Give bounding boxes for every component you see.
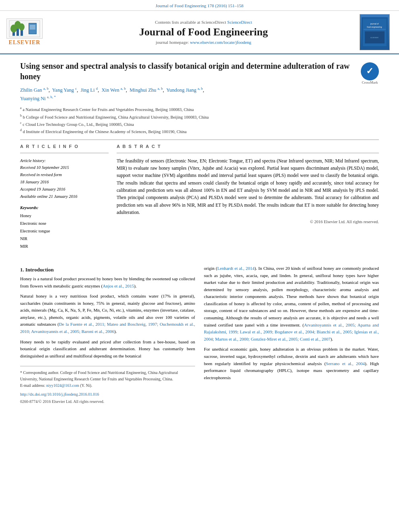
email-note: E-mail address: niyy1024@163.com (Y. Ni)… [20, 382, 195, 389]
doi-link[interactable]: http://dx.doi.org/10.1016/j.jfoodeng.201… [20, 392, 99, 396]
ref-lenhardt: Lenhardt et al., 2014 [217, 266, 255, 271]
affiliation-b: b b College of Food Science and Nutritio… [20, 113, 379, 121]
author-yundong-jiang: Yundong Jiang [167, 87, 197, 93]
author-zhilin-gan: Zhilin Gan [20, 87, 42, 93]
accepted-date: Accepted 19 January 2016 [20, 186, 109, 193]
keywords-section: Keywords: Honey Electronic nose Electron… [20, 204, 109, 251]
intro-paragraph-2: Natural honey is a very nutritious food … [20, 293, 195, 335]
intro-paragraph-3: Honey needs to be rapidly evaluated and … [20, 339, 195, 360]
intro-paragraph-1: Honey is a natural food product processe… [20, 275, 195, 290]
paper-header-section: ✓ CrossMark Using sensor and spectral an… [0, 54, 399, 259]
author-xin-wen: Xin Wen [101, 87, 119, 93]
received-date: Received 10 September 2015 [20, 164, 109, 171]
history-label: Article history: [20, 157, 109, 164]
keyword-en: Electronic nose [20, 220, 109, 228]
journal-title: Journal of Food Engineering [139, 26, 268, 38]
right-paragraph-2: For unethical economic gain, honey adult… [204, 346, 379, 381]
author-minghui-zhu: Minghui Zhu [130, 87, 156, 93]
affiliation-d: d d Institute of Electrical Engineering … [20, 128, 379, 135]
svg-text:food engineering: food engineering [367, 26, 382, 28]
svg-text:journal of: journal of [370, 23, 378, 25]
abstract-header: A B S T R A C T [117, 144, 379, 149]
journal-header: ELSEVIER Contents lists available at Sci… [0, 11, 399, 54]
issn-line: 0260-8774/© 2016 Elsevier Ltd. All right… [20, 398, 195, 405]
author-yang-yang: Yang Yang [52, 87, 74, 93]
abstract-column: A B S T R A C T The feasibility of senso… [117, 144, 379, 251]
corresponding-author-note: * Corresponding author. College of Food … [20, 370, 195, 382]
keyword-et: Electronic tongue [20, 228, 109, 235]
authors-line: Zhilin Gan a, b, Yang Yang c, Jing Li d,… [20, 86, 379, 103]
revised-date: 18 January 2016 [20, 179, 109, 186]
paper-title: Using sensor and spectral analysis to cl… [20, 61, 379, 82]
received-revised-label: Received in revised form [20, 171, 109, 179]
journal-thumbnail: journal of food engineering ELSEVIER [356, 14, 393, 50]
abstract-text: The feasibility of sensors (Electronic N… [117, 157, 379, 216]
body-right-column: origin (Lenhardt et al., 2014). In China… [204, 265, 379, 405]
svg-text:ELSEVIER: ELSEVIER [370, 37, 378, 39]
ref-serrano: Serrano et al., 2004 [326, 361, 365, 366]
divider-1 [20, 140, 379, 140]
ref-anjos: Anjos et al., 2015 [103, 283, 134, 288]
body-left-column: 1. Introduction Honey is a natural food … [20, 265, 195, 405]
journal-cover: journal of food engineering ELSEVIER [360, 14, 390, 50]
elsevier-logo-image [6, 18, 43, 39]
crossmark-float: ✓ CrossMark [361, 62, 379, 84]
journal-reference: Journal of Food Engineering 178 (2016) 1… [156, 3, 244, 8]
crossmark-badge: ✓ [361, 62, 379, 80]
article-info-header: A R T I C L E I N F O [20, 144, 109, 149]
crossmark-label: CrossMark [361, 80, 379, 84]
svg-text:✓: ✓ [366, 66, 373, 76]
sciencedirect-line: Contents lists available at ScienceDirec… [155, 20, 252, 25]
author-jing-li: Jing Li [80, 87, 95, 93]
copyright-line: © 2016 Elsevier Ltd. All rights reserved… [117, 220, 379, 224]
keyword-honey: Honey [20, 212, 109, 220]
divider-article-info [20, 153, 109, 153]
elsevier-text: ELSEVIER [9, 39, 41, 46]
article-info-abstract: A R T I C L E I N F O Article history: R… [20, 144, 379, 251]
affiliation-a: a a National Engineering Research Center… [20, 106, 379, 113]
divider-abstract [117, 153, 379, 153]
svg-point-6 [19, 23, 25, 31]
right-paragraph-1: origin (Lenhardt et al., 2014). In China… [204, 265, 379, 343]
ref-multiple-1: Arvanitoyannis et al., 2005; Aparna and … [204, 322, 379, 341]
footnote-section: * Corresponding author. College of Food … [20, 366, 195, 405]
svg-rect-3 [21, 30, 23, 36]
email-link[interactable]: niyy1024@163.com [46, 383, 79, 388]
doi-line: http://dx.doi.org/10.1016/j.jfoodeng.201… [20, 391, 195, 398]
body-two-columns: 1. Introduction Honey is a natural food … [20, 265, 379, 405]
sciencedirect-link[interactable]: ScienceDirect [227, 20, 252, 25]
homepage-link[interactable]: www.elsevier.com/locate/jfoodeng [190, 40, 251, 45]
journal-homepage: journal homepage: www.elsevier.com/locat… [156, 40, 251, 45]
section-1-title: 1. Introduction [20, 267, 195, 273]
keyword-nir: NIR [20, 235, 109, 243]
article-info-column: A R T I C L E I N F O Article history: R… [20, 144, 109, 251]
top-bar: Journal of Food Engineering 178 (2016) 1… [0, 0, 399, 11]
keywords-label: Keywords: [20, 204, 109, 212]
ref-de-la-fuente: De la Fuente et al., 2011; Mateo and Bos… [20, 322, 195, 334]
affiliations: a a National Engineering Research Center… [20, 106, 379, 135]
elsevier-logo: ELSEVIER [6, 18, 43, 46]
available-online-date: Available online 21 January 2016 [20, 193, 109, 200]
author-yuanying-ni: Yuanying Ni [20, 96, 46, 101]
affiliation-c: c c Cloud Live Technology Group Co., Ltd… [20, 121, 379, 128]
journal-header-center: Contents lists available at ScienceDirec… [55, 14, 352, 50]
article-history: Article history: Received 10 September 2… [20, 157, 109, 200]
svg-rect-8 [29, 23, 36, 34]
main-body: 1. Introduction Honey is a natural food … [0, 259, 399, 413]
keyword-mir: MIR [20, 243, 109, 251]
elsevier-branding: ELSEVIER [6, 14, 51, 50]
